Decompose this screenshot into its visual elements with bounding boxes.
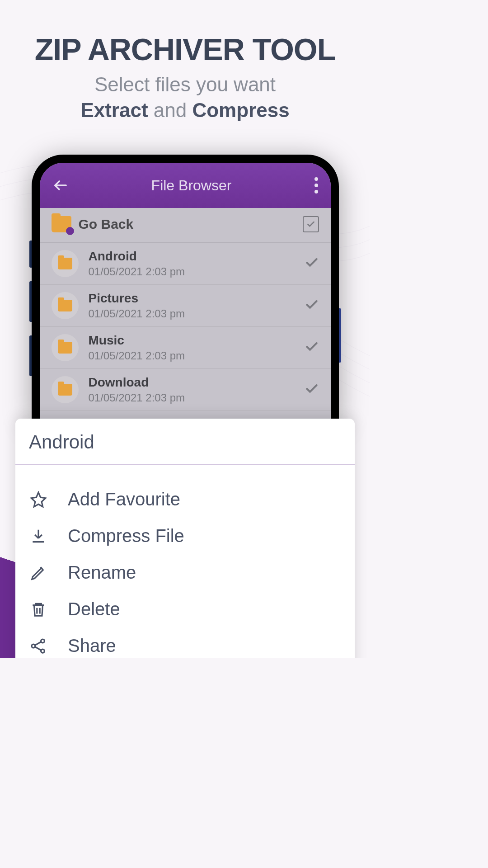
menu-item-delete[interactable]: Delete — [29, 591, 341, 627]
file-row[interactable]: Pictures 01/05/2021 2:03 pm — [40, 285, 331, 327]
check-icon[interactable] — [305, 383, 319, 396]
star-icon — [29, 490, 48, 509]
folder-icon — [52, 334, 79, 361]
sheet-title: Android — [15, 419, 355, 465]
check-icon[interactable] — [305, 257, 319, 270]
menu-item-label: Delete — [68, 599, 120, 619]
app-title: File Browser — [69, 177, 314, 194]
phone-frame: File Browser Go Back Android 01/05/2021 … — [32, 155, 339, 420]
file-date: 01/05/2021 2:03 pm — [89, 307, 295, 320]
menu-item-rename[interactable]: Rename — [29, 554, 341, 591]
menu-item-label: Compress File — [68, 526, 184, 546]
menu-dots-icon[interactable] — [314, 177, 318, 193]
menu-item-share[interactable]: Share — [29, 627, 341, 658]
go-back-label: Go Back — [79, 217, 296, 232]
app-header: File Browser — [40, 163, 331, 208]
file-row[interactable]: Android 01/05/2021 2:03 pm — [40, 243, 331, 285]
folder-icon — [52, 376, 79, 403]
trash-icon — [29, 600, 48, 619]
folder-icon — [52, 292, 79, 319]
context-menu-sheet: Android Add Favourite Compress File Rena… — [15, 419, 355, 658]
file-name: Pictures — [89, 291, 295, 306]
back-arrow-icon[interactable] — [52, 177, 69, 193]
go-back-row[interactable]: Go Back — [40, 208, 331, 243]
file-date: 01/05/2021 2:03 pm — [89, 265, 295, 278]
file-date: 01/05/2021 2:03 pm — [89, 392, 295, 404]
file-name: Music — [89, 333, 295, 348]
menu-item-label: Add Favourite — [68, 489, 180, 509]
phone-screen: File Browser Go Back Android 01/05/2021 … — [40, 163, 331, 420]
page-title: ZIP ARCHIVER TOOL — [9, 32, 361, 67]
file-name: Download — [89, 375, 295, 390]
menu-item-label: Share — [68, 636, 116, 656]
check-icon[interactable] — [305, 341, 319, 354]
menu-item-label: Rename — [68, 562, 136, 583]
file-row[interactable]: Music 01/05/2021 2:03 pm — [40, 327, 331, 369]
file-name: Android — [89, 249, 295, 264]
menu-item-compress-file[interactable]: Compress File — [29, 518, 341, 554]
download-icon — [29, 527, 48, 546]
share-icon — [29, 637, 48, 656]
file-row[interactable]: Download 01/05/2021 2:03 pm — [40, 369, 331, 411]
file-date: 01/05/2021 2:03 pm — [89, 349, 295, 362]
select-all-checkbox[interactable] — [303, 216, 319, 232]
check-icon[interactable] — [305, 299, 319, 312]
folder-icon — [52, 250, 79, 277]
pencil-icon — [29, 563, 48, 582]
page-subtitle: Select files you want Extract and Compre… — [9, 71, 361, 123]
menu-item-add-favourite[interactable]: Add Favourite — [29, 481, 341, 518]
folder-up-icon — [52, 216, 71, 232]
